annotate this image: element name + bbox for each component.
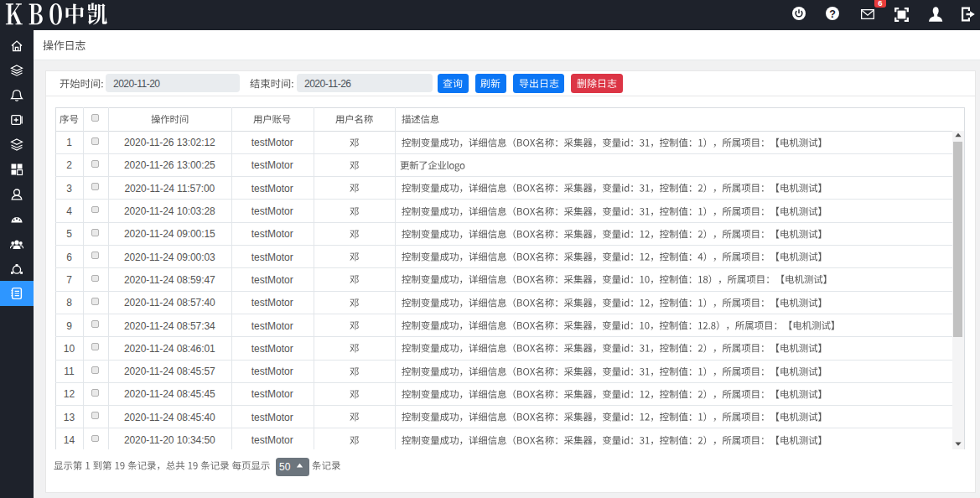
svg-text:?: ?	[829, 8, 836, 20]
